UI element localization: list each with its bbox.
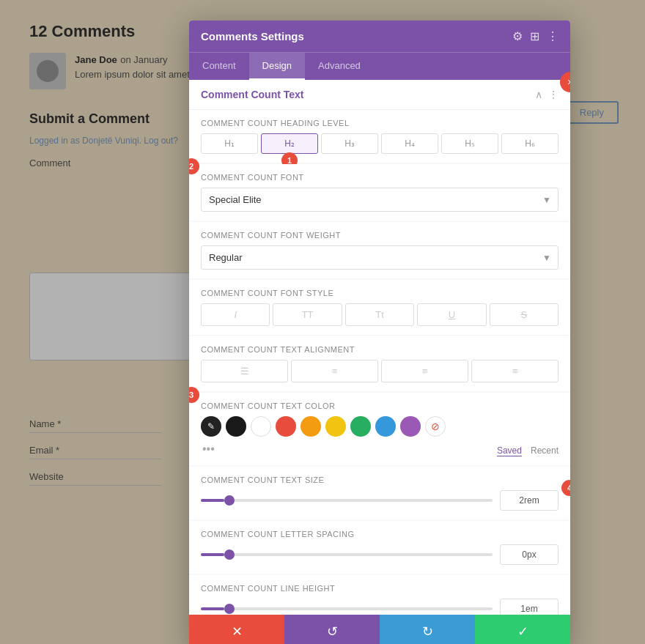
font-style-buttons: I TT Tt U S <box>201 303 559 326</box>
section-collapse-icon[interactable]: ∧ <box>535 89 542 100</box>
letter-spacing-label: Comment Count Letter Spacing <box>201 530 559 538</box>
font-group: Comment Count Font Special Elite Arial G… <box>189 164 570 221</box>
modal-header: Comments Settings ⚙ ⊞ ⋮ <box>189 21 570 52</box>
text-size-group: Comment Count Text Size 4 <box>189 467 570 519</box>
modal-title: Comments Settings <box>201 30 304 42</box>
heading-h3-button[interactable]: H₃ <box>321 133 378 154</box>
tab-advanced[interactable]: Advanced <box>305 53 374 80</box>
text-color-label: Comment Count Text Color <box>201 401 559 410</box>
heading-h4-button[interactable]: H₄ <box>381 133 438 154</box>
text-size-slider-track[interactable] <box>201 499 493 502</box>
cancel-button[interactable]: ✕ <box>189 615 284 644</box>
strikethrough-button[interactable]: S <box>490 303 559 326</box>
text-color-group: Comment Count Text Color 3 ✎ ⊘ ••• <box>189 393 570 465</box>
color-tabs: Saved Recent <box>497 445 559 456</box>
confirm-button[interactable]: ✓ <box>475 615 570 644</box>
alignment-buttons: ☰ ≡ ≡ ≡ <box>201 360 559 382</box>
color-swatch-purple[interactable] <box>400 416 421 437</box>
columns-icon[interactable]: ⊞ <box>530 29 539 43</box>
line-height-slider-thumb[interactable] <box>224 604 235 614</box>
modal-body: Comment Count Text ∧ ⋮ Comment Count Hea… <box>189 80 570 615</box>
heading-h2-button[interactable]: H₂ <box>261 133 318 154</box>
color-more-icon[interactable]: ••• <box>202 443 215 456</box>
line-height-label: Comment Count Line Height <box>201 584 559 593</box>
italic-button[interactable]: I <box>201 303 270 326</box>
text-size-slider-thumb[interactable] <box>224 495 235 506</box>
font-label: Comment Count Font <box>201 173 559 182</box>
color-swatches-row: 3 ✎ ⊘ <box>201 416 559 437</box>
font-style-group: Comment Count Font Style I TT Tt U S <box>189 280 570 335</box>
heading-level-label: Comment Count Heading Level <box>201 119 559 127</box>
section-more-icon[interactable]: ⋮ <box>548 89 559 100</box>
text-size-label: Comment Count Text Size <box>201 475 559 484</box>
letter-spacing-slider-fill <box>201 553 224 556</box>
text-size-slider-fill <box>201 499 224 502</box>
section-header-comment-count: Comment Count Text ∧ ⋮ <box>189 80 570 110</box>
tab-design[interactable]: Design <box>249 53 305 80</box>
more-icon[interactable]: ⋮ <box>547 29 559 43</box>
color-tab-recent[interactable]: Recent <box>531 445 559 456</box>
redo-button[interactable]: ↻ <box>380 615 475 644</box>
text-size-slider-row <box>201 490 559 511</box>
font-select-wrapper: Special Elite Arial Georgia ▼ <box>201 188 559 212</box>
letter-spacing-group: Comment Count Letter Spacing <box>189 521 570 574</box>
heading-buttons: H₁ H₂ H₃ H₄ H₅ H₆ <box>201 133 559 154</box>
letter-spacing-slider-track[interactable] <box>201 553 493 556</box>
undo-button[interactable]: ↺ <box>284 615 380 644</box>
capitalize-button[interactable]: Tt <box>345 303 414 326</box>
color-edit-button[interactable]: ✎ <box>201 416 221 437</box>
heading-h6-button[interactable]: H₆ <box>501 133 559 154</box>
color-swatch-green[interactable] <box>350 416 371 437</box>
color-swatch-blue[interactable] <box>375 416 396 437</box>
color-tab-saved[interactable]: Saved <box>497 445 522 456</box>
color-swatch-white[interactable] <box>251 416 271 437</box>
line-height-slider-row <box>201 599 559 615</box>
text-alignment-label: Comment Count Text Alignment <box>201 345 559 354</box>
color-swatch-yellow[interactable] <box>325 416 346 437</box>
font-select[interactable]: Special Elite Arial Georgia <box>201 188 559 212</box>
color-eyedropper-button[interactable]: ⊘ <box>425 416 446 437</box>
badge-4: 4 <box>561 480 570 496</box>
align-left-button[interactable]: ☰ <box>201 360 288 382</box>
settings-icon[interactable]: ⚙ <box>512 29 523 43</box>
line-height-slider-fill <box>201 607 224 610</box>
color-swatch-yellow-orange[interactable] <box>301 416 321 437</box>
font-weight-select[interactable]: Regular Bold Light <box>201 245 559 270</box>
font-weight-select-wrapper: Regular Bold Light ▼ <box>201 245 559 270</box>
heading-h1-button[interactable]: H₁ <box>201 133 258 154</box>
underline-button[interactable]: U <box>417 303 486 326</box>
letter-spacing-slider-row <box>201 544 559 565</box>
line-height-group: Comment Count Line Height <box>189 575 570 615</box>
line-height-input[interactable] <box>500 599 559 615</box>
align-right-button[interactable]: ≡ <box>381 360 468 382</box>
font-style-label: Comment Count Font Style <box>201 289 559 297</box>
heading-h5-button[interactable]: H₅ <box>441 133 498 154</box>
align-center-button[interactable]: ≡ <box>291 360 378 382</box>
comments-settings-modal: Comments Settings ⚙ ⊞ ⋮ Content Design A… <box>189 21 570 644</box>
modal-header-icons: ⚙ ⊞ ⋮ <box>512 29 559 43</box>
line-height-slider-track[interactable] <box>201 607 493 610</box>
color-swatch-red[interactable] <box>276 416 296 437</box>
text-alignment-group: Comment Count Text Alignment ☰ ≡ ≡ ≡ <box>189 336 570 391</box>
section-header-icons: ∧ ⋮ <box>535 89 559 100</box>
tab-content[interactable]: Content <box>189 53 249 80</box>
font-weight-label: Comment Count Font Weight <box>201 231 559 240</box>
letter-spacing-slider-thumb[interactable] <box>224 549 235 560</box>
letter-spacing-input[interactable] <box>500 544 559 565</box>
text-size-input[interactable] <box>500 490 559 511</box>
modal-tabs: Content Design Advanced <box>189 52 570 80</box>
heading-level-group: Comment Count Heading Level H₁ H₂ H₃ H₄ … <box>189 110 570 163</box>
color-swatch-black[interactable] <box>226 416 246 437</box>
align-justify-button[interactable]: ≡ <box>471 360 559 382</box>
section-title: Comment Count Text <box>201 89 304 100</box>
uppercase-button[interactable]: TT <box>273 303 342 326</box>
modal-footer: ✕ ↺ ↻ ✓ <box>189 615 570 644</box>
font-weight-group: Comment Count Font Weight Regular Bold L… <box>189 222 570 278</box>
